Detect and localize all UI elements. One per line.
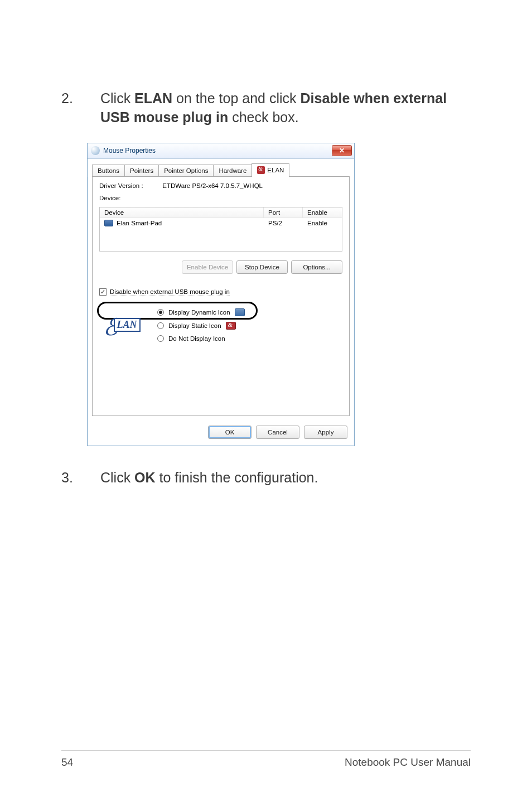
step-2-pre: Click <box>100 90 134 106</box>
radio-none-label: Do Not Display Icon <box>168 335 225 342</box>
footer-rule <box>61 750 471 751</box>
titlebar: Mouse Properties ✕ <box>88 143 354 159</box>
screenshot: Mouse Properties ✕ Buttons Pointers Poin… <box>87 143 471 446</box>
device-list: Device Port Enable Elan Smart-Pad PS/2 E… <box>99 207 342 252</box>
enable-device-button[interactable]: Enable Device <box>182 260 233 274</box>
tab-pointer-options[interactable]: Pointer Options <box>158 165 214 177</box>
tab-hardware[interactable]: Hardware <box>213 165 252 177</box>
disable-usb-checkbox[interactable] <box>99 288 107 296</box>
col-header-enable: Enable <box>303 207 342 218</box>
col-header-device: Device <box>100 207 264 218</box>
radio-static[interactable] <box>157 322 164 329</box>
step-2: 2. Click ELAN on the top and click Disab… <box>61 89 471 127</box>
mouse-properties-dialog: Mouse Properties ✕ Buttons Pointers Poin… <box>87 143 355 446</box>
step-3-pre: Click <box>100 470 134 485</box>
touchpad-icon <box>104 220 113 226</box>
device-cell-name: Elan Smart-Pad <box>100 218 264 228</box>
step-2-post: check box. <box>228 109 298 125</box>
driver-version-row: Driver Version : ETDWare PS/2-x64 7.0.5.… <box>99 182 342 189</box>
radio-dynamic-row[interactable]: Display Dynamic Icon <box>157 308 245 316</box>
tabstrip: Buttons Pointers Pointer Options Hardwar… <box>88 159 354 177</box>
tab-pointers[interactable]: Pointers <box>124 165 159 177</box>
device-buttons-row: Enable Device Stop Device Options... <box>99 260 342 274</box>
tab-pointers-label: Pointers <box>130 167 153 174</box>
dialog-action-buttons: OK Cancel Apply <box>88 421 354 446</box>
col-header-port: Port <box>264 207 303 218</box>
driver-version-value: ETDWare PS/2-x64 7.0.5.7_WHQL <box>162 182 263 189</box>
radio-static-row[interactable]: Display Static Icon <box>157 322 245 330</box>
step-3: 3. Click OK to finish the configuration. <box>61 468 471 487</box>
elan-logo: ℰLAN <box>99 309 144 341</box>
tray-static-icon <box>226 322 236 330</box>
apply-button[interactable]: Apply <box>304 426 347 439</box>
elan-logo-glyph: ℰ <box>103 319 115 336</box>
page-footer: 54 Notebook PC User Manual <box>61 750 471 769</box>
mouse-icon <box>91 146 100 155</box>
ok-button[interactable]: OK <box>208 426 252 439</box>
elan-logo-word: LAN <box>114 318 141 332</box>
disable-usb-checkbox-row: Disable when external USB mouse plug in <box>99 288 342 296</box>
device-cell-port: PS/2 <box>264 218 303 228</box>
tab-elan-label: ELAN <box>267 167 284 173</box>
tray-dynamic-icon <box>235 308 245 316</box>
tab-pointer-options-label: Pointer Options <box>164 167 208 174</box>
icon-display-radios: Display Dynamic Icon Display Static Icon… <box>157 308 245 342</box>
tab-elan[interactable]: ELAN <box>252 163 289 177</box>
stop-device-button[interactable]: Stop Device <box>236 260 288 274</box>
device-cell-enable: Enable <box>303 218 342 228</box>
step-2-text: Click ELAN on the top and click Disable … <box>100 89 471 127</box>
step-3-bold-1: OK <box>134 470 156 485</box>
tab-buttons-label: Buttons <box>98 167 119 174</box>
close-icon: ✕ <box>339 147 345 154</box>
tab-body: Driver Version : ETDWare PS/2-x64 7.0.5.… <box>92 176 350 416</box>
radio-none-row[interactable]: Do Not Display Icon <box>157 335 245 342</box>
device-name: Elan Smart-Pad <box>117 220 162 226</box>
radio-none[interactable] <box>157 335 164 342</box>
step-3-post: to finish the configuration. <box>156 470 318 485</box>
device-label: Device: <box>99 195 342 201</box>
step-3-text: Click OK to finish the configuration. <box>100 468 471 487</box>
radio-dynamic-label: Display Dynamic Icon <box>168 309 230 316</box>
device-list-header: Device Port Enable <box>100 207 342 218</box>
disable-usb-checkbox-label: Disable when external USB mouse plug in <box>110 288 230 296</box>
device-row[interactable]: Elan Smart-Pad PS/2 Enable <box>100 218 342 228</box>
driver-version-label: Driver Version : <box>99 182 161 189</box>
radio-static-label: Display Static Icon <box>168 322 221 329</box>
footer-row: 54 Notebook PC User Manual <box>61 756 471 769</box>
step-2-number: 2. <box>61 89 84 108</box>
close-button[interactable]: ✕ <box>332 145 352 156</box>
manual-title: Notebook PC User Manual <box>345 756 471 769</box>
step-2-bold-1: ELAN <box>134 90 172 106</box>
page-number: 54 <box>61 756 73 769</box>
tab-buttons[interactable]: Buttons <box>92 165 125 177</box>
dialog-title: Mouse Properties <box>103 147 156 154</box>
radio-dynamic[interactable] <box>157 309 164 316</box>
tab-hardware-label: Hardware <box>219 167 246 174</box>
elan-tab-icon <box>257 166 265 174</box>
step-2-mid: on the top and click <box>172 90 300 106</box>
display-options: ℰLAN Display Dynamic Icon Display Static… <box>99 308 342 342</box>
cancel-button[interactable]: Cancel <box>256 426 299 439</box>
step-3-number: 3. <box>61 468 84 487</box>
options-button[interactable]: Options... <box>291 260 342 274</box>
